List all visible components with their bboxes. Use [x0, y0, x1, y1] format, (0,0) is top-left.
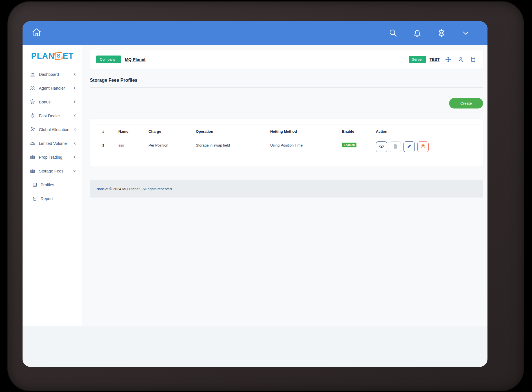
chevron-left-icon: [73, 128, 77, 131]
sidebar-item-agent-handler[interactable]: Agent Handler: [23, 81, 82, 95]
sidebar-item-bonus[interactable]: Bonus: [23, 95, 82, 109]
profiles-table-card: # Name Charge Operation Netting Method E…: [90, 119, 483, 167]
sidebar-item-label: Bonus: [39, 100, 50, 104]
delete-button[interactable]: [417, 141, 429, 152]
chevron-left-icon: [73, 141, 77, 145]
pencil-icon: [407, 144, 412, 150]
sidebar-item-label: Global Allocation: [39, 127, 69, 132]
profile-menu-button[interactable]: [460, 27, 472, 39]
content-area: Company : MQ Planet Server: TEST: [82, 45, 487, 326]
logo-text-right: ET: [63, 51, 74, 61]
sidebar-subitem-report[interactable]: Report: [23, 192, 82, 205]
cell-charge: Per Position: [148, 138, 196, 147]
copy-button[interactable]: [390, 141, 401, 152]
logo-text-left: PLAN: [31, 51, 54, 61]
app-window: PLANSET Dashboard: [23, 21, 487, 367]
chevron-left-icon: [73, 100, 77, 104]
edit-button[interactable]: [404, 141, 415, 152]
cell-actions: [376, 138, 478, 152]
file-icon: [393, 144, 398, 150]
title-divider: [90, 87, 483, 88]
sidebar-subitem-label: Profiles: [41, 183, 54, 187]
sidebar-item-label: Storage Fees: [39, 169, 63, 173]
notifications-button[interactable]: [411, 27, 423, 39]
table-row: 1 sss Per Position Storage in swap field…: [94, 138, 478, 167]
move-icon[interactable]: [445, 56, 452, 63]
home-icon: [31, 27, 42, 39]
cell-name-link[interactable]: sss: [118, 138, 148, 147]
col-header-charge: Charge: [148, 129, 196, 134]
chevron-left-icon: [73, 72, 77, 76]
cart-icon: [29, 99, 36, 105]
settings-button[interactable]: [436, 27, 447, 39]
eye-icon: [379, 144, 384, 150]
enabled-badge: Enabled: [342, 143, 356, 147]
cell-number: 1: [102, 138, 118, 147]
sidebar: PLANSET Dashboard: [23, 45, 82, 326]
app-logo: PLANSET: [23, 45, 82, 67]
chevron-left-icon: [73, 86, 77, 90]
col-header-number: #: [102, 129, 118, 134]
user-icon[interactable]: [457, 56, 464, 63]
table-icon: [32, 182, 37, 187]
users-icon: [29, 85, 36, 91]
view-button[interactable]: [376, 141, 387, 152]
col-header-netting: Netting Method: [270, 129, 342, 134]
gauge-icon: [29, 140, 36, 147]
server-badge: Server:: [409, 56, 426, 63]
top-navbar: [23, 21, 487, 45]
search-button[interactable]: [387, 27, 399, 39]
create-button[interactable]: Create: [449, 98, 483, 108]
server-name-link[interactable]: TEST: [429, 57, 440, 62]
sidebar-subitem-profiles[interactable]: Profiles: [23, 178, 82, 192]
sidebar-item-global-allocation[interactable]: Global Allocation: [23, 123, 82, 136]
scroll-icon: [32, 196, 37, 201]
col-header-enable: Enable: [342, 129, 376, 134]
cell-netting: Using Position Time: [270, 138, 342, 147]
home-button[interactable]: [31, 27, 42, 39]
sidebar-item-prop-trading[interactable]: Prop Trading: [23, 150, 82, 164]
sidebar-subitem-label: Report: [41, 196, 53, 201]
briefcase-icon: [29, 168, 36, 174]
sidebar-item-label: Prop Trading: [39, 155, 62, 160]
sidebar-item-label: Fast Dealer: [39, 114, 60, 118]
col-header-action: Action: [376, 129, 478, 134]
company-name-link[interactable]: MQ Planet: [125, 57, 145, 62]
user-globe-icon: [29, 127, 36, 133]
logout-door-icon[interactable]: [469, 56, 477, 63]
logo-s-badge: S: [55, 52, 62, 60]
chevron-left-icon: [73, 155, 77, 159]
briefcase-icon: [29, 154, 36, 160]
bar-chart-icon: [29, 71, 36, 77]
rocket-icon: [29, 113, 36, 119]
col-header-name: Name: [118, 129, 148, 134]
chevron-down-icon: [461, 28, 471, 38]
company-badge: Company :: [96, 56, 121, 63]
sidebar-item-dashboard[interactable]: Dashboard: [23, 67, 82, 81]
chevron-left-icon: [73, 114, 77, 118]
circle-x-icon: [420, 143, 426, 150]
sidebar-item-label: Limited Volume: [39, 141, 67, 146]
table-header-row: # Name Charge Operation Netting Method E…: [94, 125, 478, 138]
gear-icon: [436, 28, 447, 38]
footer-bar: PlanSet © 2024 MQ Planet , All rights re…: [90, 180, 483, 198]
copyright-text: PlanSet © 2024 MQ Planet , All rights re…: [96, 187, 172, 191]
col-header-operation: Operation: [196, 129, 270, 134]
sidebar-item-fast-dealer[interactable]: Fast Dealer: [23, 109, 82, 123]
chevron-down-icon: [73, 169, 77, 173]
cell-operation: Storage in swap field: [196, 138, 270, 147]
bell-icon: [413, 28, 422, 38]
search-icon: [388, 28, 398, 38]
page-title: Storage Fees Profiles: [90, 77, 483, 83]
sidebar-item-label: Agent Handler: [39, 86, 65, 90]
context-bar: Company : MQ Planet Server: TEST: [90, 50, 483, 69]
sidebar-item-label: Dashboard: [39, 72, 59, 77]
sidebar-item-storage-fees[interactable]: Storage Fees: [23, 164, 82, 178]
cell-enable: Enabled: [342, 138, 376, 147]
sidebar-item-limited-volume[interactable]: Limited Volume: [23, 136, 82, 150]
